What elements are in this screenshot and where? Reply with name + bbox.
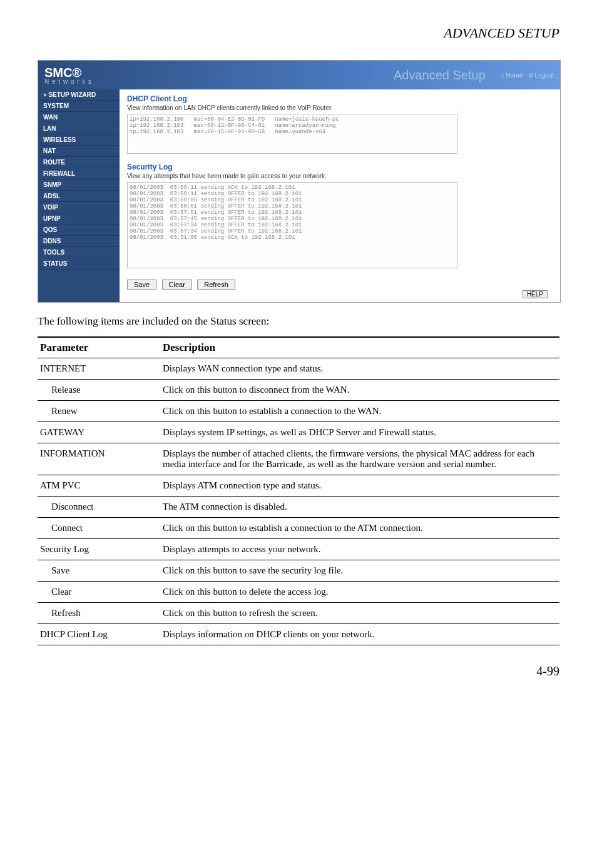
desc-cell: Click on this button to delete the acces… [160,582,559,603]
home-icon[interactable]: ⌂ [501,72,504,79]
refresh-button[interactable]: Refresh [197,280,235,290]
sidebar-item[interactable]: SNMP [38,179,120,191]
desc-cell: Click on this button to refresh the scre… [160,603,559,624]
param-cell: INFORMATION [38,443,160,475]
param-cell: ATM PVC [38,475,160,497]
table-row: SaveClick on this button to save the sec… [38,560,559,582]
sidebar-item[interactable]: TOOLS [38,247,120,258]
sidebar-item[interactable]: UPnP [38,213,120,225]
sidebar-item[interactable]: ADSL [38,191,120,202]
button-row: Save Clear Refresh [127,278,553,290]
desc-cell: Displays ATM connection type and status. [160,475,559,497]
table-row: GATEWAYDisplays system IP settings, as w… [38,422,559,443]
sidebar-item[interactable]: ROUTE [38,157,120,168]
desc-cell: Displays system IP settings, as well as … [160,422,559,443]
sidebar-item[interactable]: » SETUP WIZARD [38,89,120,101]
desc-cell: Click on this button to save the securit… [160,560,559,582]
save-button[interactable]: Save [127,280,156,290]
table-row: ReleaseClick on this button to disconnec… [38,380,559,401]
param-cell: Security Log [38,539,160,560]
logout-link[interactable]: Logout [534,72,554,79]
table-row: INFORMATIONDisplays the number of attach… [38,443,559,475]
desc-cell: Click on this button to establish a conn… [160,518,559,539]
logout-icon[interactable]: ⊘ [528,72,533,79]
desc-cell: Displays attempts to access your network… [160,539,559,560]
param-cell: GATEWAY [38,422,160,443]
param-cell: Connect [38,518,160,539]
th-description: Description [160,337,559,358]
table-row: RefreshClick on this button to refresh t… [38,603,559,624]
desc-cell: Displays WAN connection type and status. [160,358,559,380]
table-row: DHCP Client LogDisplays information on D… [38,624,559,645]
dhcp-log-subtitle: View information on LAN DHCP clients cur… [127,104,553,111]
desc-cell: Displays the number of attached clients,… [160,443,559,475]
clear-button[interactable]: Clear [162,280,192,290]
sidebar-item[interactable]: STATUS [38,258,120,270]
param-cell: DHCP Client Log [38,624,160,645]
param-cell: Save [38,560,160,582]
sidebar-item[interactable]: SYSTEM [38,101,120,112]
sidebar-item[interactable]: WAN [38,112,120,123]
param-cell: Release [38,380,160,401]
param-cell: Renew [38,401,160,422]
logo-block: SMC® N e t w o r k s [44,66,92,85]
sidebar-item[interactable]: WIRELESS [38,134,120,146]
header-title: Advanced Setup [394,68,486,83]
sidebar-item[interactable]: FIREWALL [38,168,120,179]
param-cell: Refresh [38,603,160,624]
desc-cell: Click on this button to disconnect from … [160,380,559,401]
security-log-textarea[interactable] [127,182,457,268]
logo-subtext: N e t w o r k s [44,78,92,85]
sidebar-item[interactable]: DDNS [38,236,120,247]
table-row: INTERNETDisplays WAN connection type and… [38,358,559,380]
router-screenshot: SMC® N e t w o r k s Advanced Setup ⌂ Ho… [38,60,561,303]
page-number: 4-99 [38,664,559,679]
param-cell: Disconnect [38,497,160,518]
dhcp-log-title: DHCP Client Log [127,94,553,103]
th-parameter: Parameter [38,337,160,358]
desc-cell: Displays information on DHCP clients on … [160,624,559,645]
table-row: Security LogDisplays attempts to access … [38,539,559,560]
content-pane: DHCP Client Log View information on LAN … [120,89,560,302]
param-cell: INTERNET [38,358,160,380]
page-title: ADVANCED SETUP [38,25,559,41]
table-row: DisconnectThe ATM connection is disabled… [38,497,559,518]
home-link[interactable]: Home [506,72,523,79]
security-log-subtitle: View any attempts that have been made to… [127,173,553,179]
param-cell: Clear [38,582,160,603]
desc-cell: Click on this button to establish a conn… [160,401,559,422]
desc-cell: The ATM connection is disabled. [160,497,559,518]
security-log-title: Security Log [127,163,553,171]
table-row: ATM PVCDisplays ATM connection type and … [38,475,559,497]
table-row: ConnectClick on this button to establish… [38,518,559,539]
header-links: ⌂ Home ⊘ Logout [501,72,554,79]
help-button[interactable]: HELP [523,290,548,298]
sidebar: » SETUP WIZARDSYSTEMWANLANWIRELESSNATROU… [38,89,120,302]
sidebar-item[interactable]: NAT [38,146,120,157]
caption-text: The following items are included on the … [38,315,559,328]
parameter-table: Parameter Description INTERNETDisplays W… [38,336,559,645]
screenshot-header: SMC® N e t w o r k s Advanced Setup ⌂ Ho… [38,61,560,89]
table-row: RenewClick on this button to establish a… [38,401,559,422]
sidebar-item[interactable]: VoIP [38,202,120,213]
sidebar-item[interactable]: QoS [38,225,120,236]
sidebar-item[interactable]: LAN [38,123,120,134]
dhcp-log-textarea[interactable] [127,114,457,154]
table-row: ClearClick on this button to delete the … [38,582,559,603]
